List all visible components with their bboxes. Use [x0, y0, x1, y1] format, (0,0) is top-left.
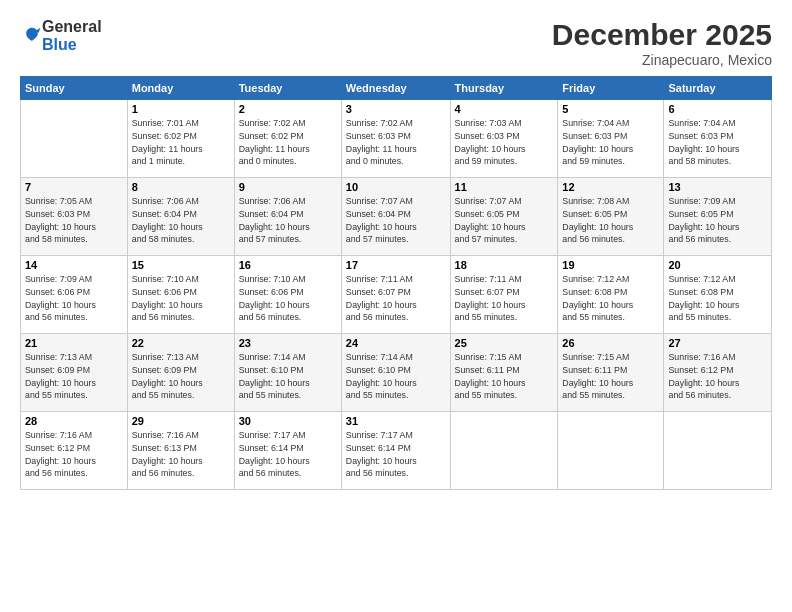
day-number: 17 [346, 259, 446, 271]
calendar-cell: 8Sunrise: 7:06 AMSunset: 6:04 PMDaylight… [127, 178, 234, 256]
header: General Blue December 2025 Zinapecuaro, … [20, 18, 772, 68]
day-number: 19 [562, 259, 659, 271]
day-info: Sunrise: 7:15 AMSunset: 6:11 PMDaylight:… [562, 351, 659, 402]
calendar-cell: 3Sunrise: 7:02 AMSunset: 6:03 PMDaylight… [341, 100, 450, 178]
day-number: 4 [455, 103, 554, 115]
day-info: Sunrise: 7:10 AMSunset: 6:06 PMDaylight:… [239, 273, 337, 324]
day-info: Sunrise: 7:11 AMSunset: 6:07 PMDaylight:… [455, 273, 554, 324]
location: Zinapecuaro, Mexico [552, 52, 772, 68]
calendar-cell: 25Sunrise: 7:15 AMSunset: 6:11 PMDayligh… [450, 334, 558, 412]
day-info: Sunrise: 7:13 AMSunset: 6:09 PMDaylight:… [25, 351, 123, 402]
weekday-sunday: Sunday [21, 77, 128, 100]
calendar-cell: 6Sunrise: 7:04 AMSunset: 6:03 PMDaylight… [664, 100, 772, 178]
calendar-cell: 22Sunrise: 7:13 AMSunset: 6:09 PMDayligh… [127, 334, 234, 412]
calendar-cell: 19Sunrise: 7:12 AMSunset: 6:08 PMDayligh… [558, 256, 664, 334]
calendar-cell [450, 412, 558, 490]
calendar-cell: 9Sunrise: 7:06 AMSunset: 6:04 PMDaylight… [234, 178, 341, 256]
calendar-cell: 4Sunrise: 7:03 AMSunset: 6:03 PMDaylight… [450, 100, 558, 178]
day-number: 5 [562, 103, 659, 115]
week-row-4: 21Sunrise: 7:13 AMSunset: 6:09 PMDayligh… [21, 334, 772, 412]
week-row-3: 14Sunrise: 7:09 AMSunset: 6:06 PMDayligh… [21, 256, 772, 334]
calendar-cell: 27Sunrise: 7:16 AMSunset: 6:12 PMDayligh… [664, 334, 772, 412]
day-info: Sunrise: 7:02 AMSunset: 6:03 PMDaylight:… [346, 117, 446, 168]
day-info: Sunrise: 7:17 AMSunset: 6:14 PMDaylight:… [346, 429, 446, 480]
day-number: 10 [346, 181, 446, 193]
day-number: 21 [25, 337, 123, 349]
week-row-5: 28Sunrise: 7:16 AMSunset: 6:12 PMDayligh… [21, 412, 772, 490]
calendar-cell: 31Sunrise: 7:17 AMSunset: 6:14 PMDayligh… [341, 412, 450, 490]
day-info: Sunrise: 7:09 AMSunset: 6:06 PMDaylight:… [25, 273, 123, 324]
week-row-2: 7Sunrise: 7:05 AMSunset: 6:03 PMDaylight… [21, 178, 772, 256]
title-block: December 2025 Zinapecuaro, Mexico [552, 18, 772, 68]
day-info: Sunrise: 7:17 AMSunset: 6:14 PMDaylight:… [239, 429, 337, 480]
calendar-cell: 10Sunrise: 7:07 AMSunset: 6:04 PMDayligh… [341, 178, 450, 256]
day-number: 7 [25, 181, 123, 193]
day-info: Sunrise: 7:08 AMSunset: 6:05 PMDaylight:… [562, 195, 659, 246]
weekday-header-row: SundayMondayTuesdayWednesdayThursdayFrid… [21, 77, 772, 100]
weekday-thursday: Thursday [450, 77, 558, 100]
day-number: 23 [239, 337, 337, 349]
calendar-cell: 11Sunrise: 7:07 AMSunset: 6:05 PMDayligh… [450, 178, 558, 256]
day-number: 1 [132, 103, 230, 115]
day-number: 25 [455, 337, 554, 349]
day-info: Sunrise: 7:06 AMSunset: 6:04 PMDaylight:… [239, 195, 337, 246]
day-info: Sunrise: 7:12 AMSunset: 6:08 PMDaylight:… [668, 273, 767, 324]
calendar-cell: 14Sunrise: 7:09 AMSunset: 6:06 PMDayligh… [21, 256, 128, 334]
page: General Blue December 2025 Zinapecuaro, … [0, 0, 792, 612]
day-number: 8 [132, 181, 230, 193]
day-number: 9 [239, 181, 337, 193]
day-info: Sunrise: 7:10 AMSunset: 6:06 PMDaylight:… [132, 273, 230, 324]
logo-text: General Blue [42, 18, 102, 53]
calendar-cell: 18Sunrise: 7:11 AMSunset: 6:07 PMDayligh… [450, 256, 558, 334]
calendar-cell: 15Sunrise: 7:10 AMSunset: 6:06 PMDayligh… [127, 256, 234, 334]
weekday-friday: Friday [558, 77, 664, 100]
day-info: Sunrise: 7:15 AMSunset: 6:11 PMDaylight:… [455, 351, 554, 402]
calendar-cell: 23Sunrise: 7:14 AMSunset: 6:10 PMDayligh… [234, 334, 341, 412]
calendar-cell [664, 412, 772, 490]
calendar-cell: 1Sunrise: 7:01 AMSunset: 6:02 PMDaylight… [127, 100, 234, 178]
day-number: 27 [668, 337, 767, 349]
day-number: 15 [132, 259, 230, 271]
day-number: 20 [668, 259, 767, 271]
calendar-cell: 21Sunrise: 7:13 AMSunset: 6:09 PMDayligh… [21, 334, 128, 412]
weekday-saturday: Saturday [664, 77, 772, 100]
day-info: Sunrise: 7:12 AMSunset: 6:08 PMDaylight:… [562, 273, 659, 324]
day-number: 2 [239, 103, 337, 115]
calendar-cell: 30Sunrise: 7:17 AMSunset: 6:14 PMDayligh… [234, 412, 341, 490]
week-row-1: 1Sunrise: 7:01 AMSunset: 6:02 PMDaylight… [21, 100, 772, 178]
logo: General Blue [20, 18, 102, 53]
calendar-cell [21, 100, 128, 178]
calendar-cell: 5Sunrise: 7:04 AMSunset: 6:03 PMDaylight… [558, 100, 664, 178]
day-info: Sunrise: 7:06 AMSunset: 6:04 PMDaylight:… [132, 195, 230, 246]
logo-icon [22, 26, 42, 46]
day-number: 26 [562, 337, 659, 349]
day-number: 13 [668, 181, 767, 193]
day-info: Sunrise: 7:16 AMSunset: 6:12 PMDaylight:… [25, 429, 123, 480]
day-number: 12 [562, 181, 659, 193]
day-info: Sunrise: 7:14 AMSunset: 6:10 PMDaylight:… [346, 351, 446, 402]
day-info: Sunrise: 7:09 AMSunset: 6:05 PMDaylight:… [668, 195, 767, 246]
calendar-cell: 2Sunrise: 7:02 AMSunset: 6:02 PMDaylight… [234, 100, 341, 178]
day-info: Sunrise: 7:11 AMSunset: 6:07 PMDaylight:… [346, 273, 446, 324]
day-number: 22 [132, 337, 230, 349]
calendar-cell: 26Sunrise: 7:15 AMSunset: 6:11 PMDayligh… [558, 334, 664, 412]
day-info: Sunrise: 7:03 AMSunset: 6:03 PMDaylight:… [455, 117, 554, 168]
day-info: Sunrise: 7:16 AMSunset: 6:13 PMDaylight:… [132, 429, 230, 480]
day-info: Sunrise: 7:07 AMSunset: 6:04 PMDaylight:… [346, 195, 446, 246]
calendar-cell: 28Sunrise: 7:16 AMSunset: 6:12 PMDayligh… [21, 412, 128, 490]
day-info: Sunrise: 7:13 AMSunset: 6:09 PMDaylight:… [132, 351, 230, 402]
day-number: 18 [455, 259, 554, 271]
calendar-cell [558, 412, 664, 490]
day-number: 28 [25, 415, 123, 427]
day-number: 30 [239, 415, 337, 427]
day-info: Sunrise: 7:04 AMSunset: 6:03 PMDaylight:… [668, 117, 767, 168]
calendar-cell: 24Sunrise: 7:14 AMSunset: 6:10 PMDayligh… [341, 334, 450, 412]
day-number: 16 [239, 259, 337, 271]
calendar-cell: 7Sunrise: 7:05 AMSunset: 6:03 PMDaylight… [21, 178, 128, 256]
day-number: 6 [668, 103, 767, 115]
weekday-tuesday: Tuesday [234, 77, 341, 100]
day-number: 24 [346, 337, 446, 349]
day-number: 11 [455, 181, 554, 193]
day-number: 3 [346, 103, 446, 115]
calendar-table: SundayMondayTuesdayWednesdayThursdayFrid… [20, 76, 772, 490]
